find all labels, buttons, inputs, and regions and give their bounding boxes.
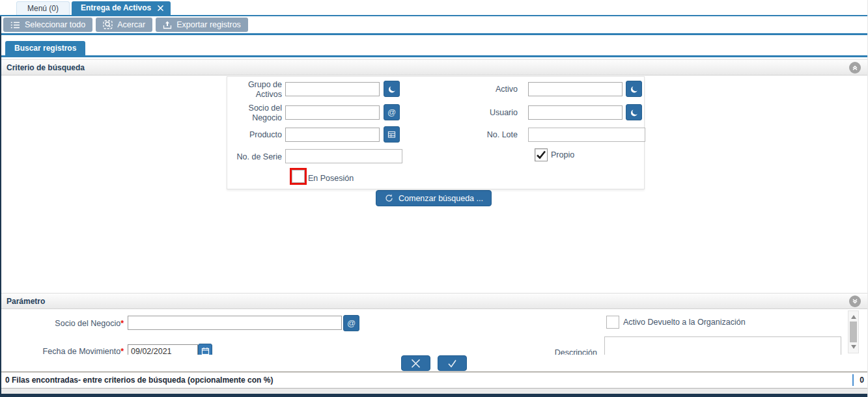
lot-no-input[interactable] (528, 128, 645, 142)
movement-date-label: Fecha de Movimiento* (0, 347, 124, 355)
parameters-title: Parámetro (7, 297, 45, 306)
description-label: Descripción (544, 348, 597, 355)
bpartner-search-label: Socio del Negocio (227, 103, 282, 123)
criteria-panel-header: Criterio de búsqueda (0, 59, 867, 75)
user-input[interactable] (528, 105, 623, 120)
possession-label: En Posesión (308, 174, 354, 184)
scroll-down-arrow[interactable] (851, 345, 856, 349)
status-count: 0 (852, 374, 864, 386)
tab-close-icon[interactable] (157, 5, 164, 12)
product-input[interactable] (285, 128, 380, 142)
asset-label: Activo (442, 85, 518, 94)
criteria-title: Criterio de búsqueda (7, 63, 85, 72)
window-tabbar: Menú (0) Entrega de Activos (0, 0, 867, 16)
bpartner-param-lookup-button[interactable]: @ (343, 315, 359, 331)
scroll-up-arrow[interactable] (851, 315, 856, 319)
required-asterisk: * (120, 347, 124, 355)
collapse-up-icon (852, 64, 858, 71)
owned-checkbox[interactable] (535, 148, 548, 161)
status-message: 0 Filas encontradas- entre criterios de … (5, 372, 273, 388)
empty-area (0, 207, 867, 293)
asset-group-lookup-button[interactable] (384, 81, 400, 97)
bpartner-search-input[interactable] (285, 105, 380, 120)
parameters-panel-header: Parámetro (0, 293, 867, 309)
search-button-row: Comenzar búsqueda ... (0, 190, 867, 207)
description-textarea[interactable] (604, 336, 841, 355)
select-all-label: Seleccionar todo (25, 20, 85, 29)
start-search-label: Comenzar búsqueda ... (399, 194, 483, 203)
checkmark-icon (535, 149, 547, 161)
confirm-button[interactable] (438, 355, 467, 371)
bpartner-param-label: Socio del Negocio* (0, 319, 124, 329)
tab-menu[interactable]: Menú (0) (16, 1, 70, 15)
movement-date-label-text: Fecha de Movimiento (43, 347, 121, 355)
cancel-button[interactable] (401, 355, 430, 371)
product-lookup-button[interactable] (384, 126, 400, 143)
export-icon (163, 20, 172, 29)
subtab-buscar-registros[interactable]: Buscar registros (5, 41, 85, 55)
asset-group-label: Grupo de Activos (227, 80, 282, 100)
window-bottom-edge (0, 394, 867, 397)
bpartner-icon: @ (387, 108, 396, 116)
asset-lookup-button[interactable] (626, 81, 642, 97)
cancel-x-icon (410, 358, 421, 369)
toolbar: Seleccionar todo Acercar Exportar regist… (0, 16, 867, 35)
confirm-panel (0, 355, 867, 372)
calendar-icon (201, 347, 210, 355)
product-label: Producto (227, 130, 282, 140)
list-icon (10, 21, 20, 29)
possession-highlight-box (290, 168, 307, 185)
window-left-border (0, 16, 1, 397)
bpartner-param-label-text: Socio del Negocio (55, 319, 120, 328)
required-asterisk: * (120, 319, 124, 328)
collapse-down-icon (852, 298, 858, 305)
serial-no-input[interactable] (285, 149, 402, 163)
user-lookup-button[interactable] (626, 104, 642, 120)
user-label: Usuario (442, 108, 518, 118)
tab-entrega-label: Entrega de Activos (81, 3, 151, 12)
lot-no-label: No. Lote (442, 130, 518, 140)
returned-checkbox[interactable] (606, 316, 619, 329)
serial-no-label: No. de Serie (227, 152, 282, 162)
movement-date-input[interactable] (128, 344, 198, 355)
bpartner-param-input[interactable] (128, 316, 342, 330)
select-all-button[interactable]: Seleccionar todo (3, 18, 92, 32)
confirm-check-icon (447, 358, 458, 369)
parameters-body: Socio del Negocio* @ Activo Devuelto a l… (0, 309, 867, 355)
subtab-row: Buscar registros (0, 42, 867, 57)
application-window: Menú (0) Entrega de Activos Seleccionar … (0, 0, 868, 397)
export-records-button[interactable]: Exportar registros (156, 18, 248, 32)
calendar-button[interactable] (198, 344, 212, 355)
statusbar: 0 Filas encontradas- entre criterios de … (0, 372, 867, 388)
possession-checkbox[interactable] (292, 170, 305, 183)
window-footer (0, 388, 867, 397)
bpartner-search-lookup-button[interactable]: @ (384, 104, 400, 120)
asset-input[interactable] (528, 82, 623, 96)
lookup-icon (630, 108, 639, 117)
scrollbar-thumb[interactable] (850, 322, 857, 342)
export-records-label: Exportar registros (176, 20, 241, 29)
lookup-icon (387, 85, 397, 94)
parameters-collapse-button[interactable] (849, 295, 861, 307)
start-search-button[interactable]: Comenzar búsqueda ... (376, 190, 492, 206)
lookup-icon (630, 85, 639, 94)
criteria-collapse-button[interactable] (849, 62, 861, 74)
refresh-icon (384, 193, 394, 203)
product-icon (387, 130, 396, 139)
returned-label: Activo Devuelto a la Organización (623, 318, 746, 327)
bpartner-icon: @ (347, 319, 356, 327)
search-criteria-box: Grupo de Activos Socio del Negocio @ Pro… (227, 76, 645, 189)
zoom-label: Acercar (117, 20, 145, 29)
asset-group-input[interactable] (285, 82, 380, 96)
zoom-icon (103, 20, 113, 29)
tab-entrega-de-activos[interactable]: Entrega de Activos (72, 1, 171, 15)
criteria-body: Grupo de Activos Socio del Negocio @ Pro… (0, 75, 867, 190)
vertical-scrollbar[interactable] (848, 310, 859, 353)
owned-label: Propio (551, 150, 574, 160)
zoom-button[interactable]: Acercar (96, 18, 152, 32)
